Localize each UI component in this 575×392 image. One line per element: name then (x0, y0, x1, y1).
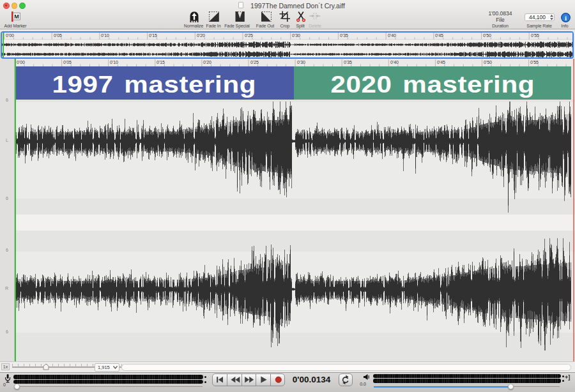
svg-text:M: M (14, 13, 19, 20)
svg-text:i: i (565, 14, 567, 22)
